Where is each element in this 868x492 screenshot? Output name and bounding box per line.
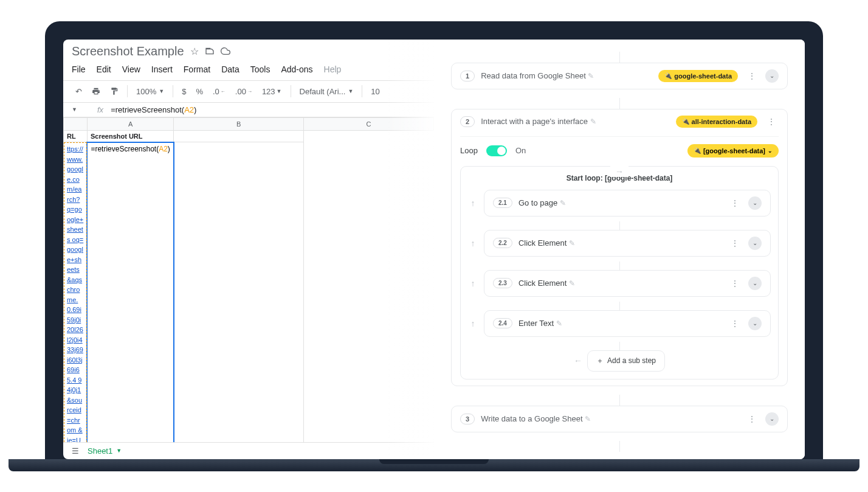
sheets-footer: ☰ Sheet1 ▼ (63, 442, 434, 459)
col-header-b[interactable]: B (174, 117, 304, 130)
cloud-icon[interactable] (221, 46, 230, 57)
menu-edit[interactable]: Edit (97, 64, 111, 74)
zoom-select[interactable]: 100% ▼ (133, 86, 168, 97)
currency-btn[interactable]: $ (178, 85, 190, 99)
nested-steps: → Start loop: [google-sheet-data] ↑ 2.1 … (460, 166, 779, 379)
kebab-icon[interactable]: ⋮ (744, 414, 759, 424)
doc-title[interactable]: Screenshot Example (72, 44, 184, 58)
edit-icon[interactable]: ✎ (556, 319, 562, 328)
menu-data[interactable]: Data (221, 64, 239, 74)
fx-icon: fx (97, 105, 103, 114)
step-num: 2 (460, 116, 475, 127)
edit-icon[interactable]: ✎ (560, 199, 566, 207)
col-header-a[interactable]: A (87, 117, 173, 130)
col-header-c[interactable]: C (304, 117, 434, 130)
star-icon[interactable]: ☆ (190, 46, 199, 57)
menu-file[interactable]: File (72, 64, 86, 74)
step-card-3[interactable]: 3 Write data to a Google Sheet ✎ ⋮ ⌄ (451, 406, 788, 432)
chevron-down-icon[interactable]: ⌄ (748, 317, 762, 330)
paint-icon[interactable] (106, 85, 122, 98)
sub-num: 2.1 (493, 198, 512, 208)
menu-bar: File Edit View Insert Format Data Tools … (72, 62, 425, 80)
kebab-icon[interactable]: ⋮ (744, 71, 759, 81)
sub-title: Enter Text ✎ (518, 319, 721, 328)
chevron-down-icon[interactable]: ⌄ (748, 196, 762, 210)
dec-inc-btn[interactable]: .00→ (232, 85, 256, 99)
kebab-icon[interactable]: ⋮ (763, 117, 779, 126)
laptop-mockup: Screenshot Example ☆ File Edit View Inse… (45, 21, 823, 471)
chevron-down-icon[interactable]: ⌄ (748, 237, 762, 250)
sub-step-card[interactable]: 2.1 Go to page ✎ ⋮ ⌄ (484, 190, 771, 217)
font-select[interactable]: Default (Ari... ▼ (296, 86, 357, 97)
font-size[interactable]: 10 (367, 85, 383, 99)
kebab-icon[interactable]: ⋮ (727, 279, 742, 288)
edit-icon[interactable]: ✎ (585, 415, 591, 423)
plug-icon: 🔌 (664, 72, 672, 79)
step-title: Read data from Google Sheet ✎ (481, 71, 652, 80)
cell-b1[interactable]: Screenshot URL (87, 130, 173, 142)
cell-b2[interactable]: =retrieveScreenshot(A2) (87, 142, 173, 442)
kebab-icon[interactable]: ⋮ (727, 198, 742, 208)
laptop-frame: Screenshot Example ☆ File Edit View Inse… (45, 21, 823, 459)
edit-icon[interactable]: ✎ (569, 239, 575, 248)
menu-format[interactable]: Format (184, 64, 210, 74)
cell-c2[interactable] (174, 142, 304, 442)
arrow-up-icon: ↑ (468, 279, 478, 288)
sub-step-card[interactable]: 2.4 Enter Text ✎ ⋮ ⌄ (484, 310, 771, 337)
sub-title: Click Element ✎ (518, 279, 721, 288)
step-card-2[interactable]: 2 Interact with a page's interface ✎ 🔌al… (451, 109, 788, 386)
all-sheets-icon[interactable]: ☰ (72, 446, 79, 456)
edit-icon[interactable]: ✎ (588, 72, 594, 80)
toolbar: ↶ 100% ▼ $ % .0← .00→ 123 ▼ Default (Ari… (63, 80, 434, 103)
corner-cell[interactable] (64, 117, 88, 130)
menu-addons[interactable]: Add-ons (281, 64, 312, 74)
loop-section: Loop On 🔌[google-sheet-data] ⌄ (460, 136, 779, 158)
chevron-down-icon[interactable]: ⌄ (765, 69, 779, 83)
edit-icon[interactable]: ✎ (590, 117, 596, 126)
sub-step-card[interactable]: 2.3 Click Element ✎ ⋮ ⌄ (484, 270, 771, 297)
arrow-up-icon: ↑ (468, 198, 478, 208)
spreadsheet-grid[interactable]: A B C RL Screenshot URL ttps://www.googl… (63, 117, 434, 442)
edit-icon[interactable]: ✎ (569, 279, 575, 288)
plug-icon: 🔌 (682, 118, 689, 125)
kebab-icon[interactable]: ⋮ (727, 319, 742, 328)
cell-a2[interactable]: ttps://www.google.com/earch?q=google+she… (64, 142, 88, 442)
dec-dec-btn[interactable]: .0← (209, 85, 229, 99)
print-icon[interactable] (88, 85, 104, 98)
data-pill[interactable]: 🔌all-interaction-data (676, 116, 757, 128)
kebab-icon[interactable]: ⋮ (727, 238, 742, 248)
plug-icon: 🔌 (694, 147, 701, 154)
loop-toggle[interactable] (486, 145, 507, 156)
menu-tools[interactable]: Tools (250, 64, 270, 74)
sub-num: 2.4 (493, 318, 512, 328)
undo-icon[interactable]: ↶ (72, 85, 86, 99)
number-format-btn[interactable]: 123 ▼ (258, 85, 286, 99)
sheet-tab[interactable]: Sheet1 ▼ (88, 446, 122, 456)
formula-input[interactable]: =retrieveScreenshot(A2) (111, 105, 196, 114)
move-icon[interactable] (205, 46, 215, 57)
menu-insert[interactable]: Insert (151, 64, 173, 74)
step-card-1[interactable]: 1 Read data from Google Sheet ✎ 🔌google-… (451, 63, 788, 89)
sub-title: Go to page ✎ (518, 198, 721, 207)
step-title: Interact with a page's interface ✎ (481, 117, 669, 126)
sub-num: 2.3 (493, 278, 512, 288)
cell-ref-dropdown[interactable]: ▼ (72, 106, 90, 113)
sub-step-card[interactable]: 2.2 Click Element ✎ ⋮ ⌄ (484, 230, 771, 257)
chevron-down-icon[interactable]: ⌄ (765, 412, 779, 426)
loop-data-pill[interactable]: 🔌[google-sheet-data] ⌄ (687, 144, 779, 158)
menu-view[interactable]: View (122, 64, 140, 74)
laptop-base (9, 459, 859, 471)
cell-c1[interactable] (174, 130, 304, 142)
chevron-down-icon[interactable]: ⌄ (748, 277, 762, 290)
sub-title: Click Element ✎ (518, 238, 721, 248)
percent-btn[interactable]: % (192, 85, 207, 99)
step-title: Write data to a Google Sheet ✎ (481, 414, 738, 423)
screen: Screenshot Example ☆ File Edit View Inse… (63, 40, 805, 459)
menu-help[interactable]: Help (324, 64, 342, 74)
add-sub-step-button[interactable]: ＋Add a sub step (587, 350, 665, 372)
data-pill[interactable]: 🔌google-sheet-data (658, 70, 738, 82)
arrow-up-icon: ↑ (468, 238, 478, 248)
arrow-left-icon: ← (574, 356, 582, 366)
cell-a1[interactable]: RL (64, 130, 88, 142)
loop-label: Loop (460, 146, 478, 155)
